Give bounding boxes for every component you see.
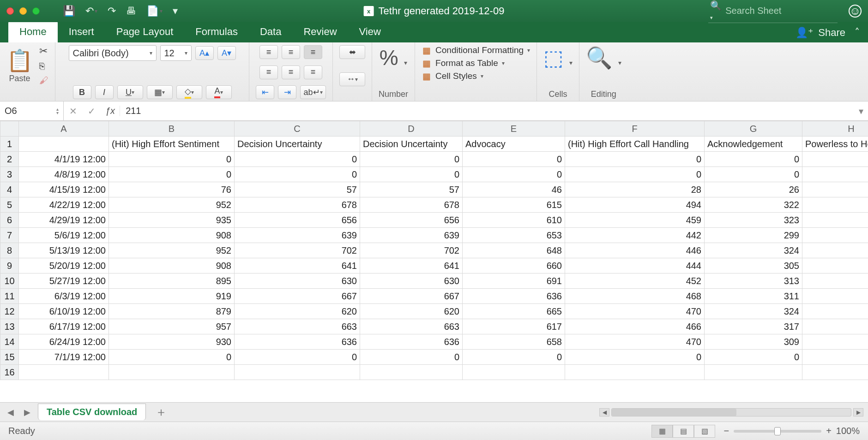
cell[interactable]: 630 [360,274,463,289]
cell[interactable]: 0 [109,167,235,182]
cell[interactable]: 0 [235,152,360,167]
cell[interactable] [109,365,235,380]
cell[interactable]: 658 [463,334,565,350]
cell[interactable]: 879 [109,304,235,319]
tab-insert[interactable]: Insert [58,21,105,42]
cell[interactable]: 4/8/19 12:00 [19,167,109,182]
cell[interactable]: 470 [565,304,705,319]
cell[interactable] [802,365,868,380]
cell[interactable]: 930 [109,334,235,350]
cell[interactable]: 908 [109,258,235,274]
align-top-icon[interactable]: ≡ [259,45,278,59]
row-header[interactable]: 15 [0,350,19,365]
align-middle-icon[interactable]: ≡ [282,45,300,59]
row-header[interactable]: 7 [0,228,19,243]
cell[interactable]: 615 [463,197,565,213]
zoom-in-button[interactable]: + [826,426,832,436]
cell[interactable]: 656 [235,213,360,228]
cell[interactable]: (Hit) High Effort Call Handling [565,137,705,152]
cell[interactable]: 0 [705,152,802,167]
page-break-view-button[interactable]: ▧ [694,425,715,438]
column-header[interactable]: A [19,121,109,137]
font-size-dropdown[interactable]: 12▾ [160,45,192,61]
cell[interactable]: 468 [565,289,705,304]
cell[interactable]: 6/17/19 12:00 [19,319,109,334]
cell[interactable]: 908 [109,228,235,243]
cell[interactable]: 0 [235,167,360,182]
cell[interactable]: 4/15/19 12:00 [19,182,109,197]
merge-across-icon[interactable]: ↔ ▾ [339,72,365,86]
row-header[interactable]: 13 [0,319,19,334]
cell[interactable]: 295 [802,197,868,213]
spreadsheet-grid[interactable]: ABCDEFGH1(Hit) High Effort SentimentDeci… [0,121,868,402]
cell[interactable]: 702 [360,243,463,258]
feedback-smiley-icon[interactable]: ☺ [849,5,862,18]
cell[interactable]: 895 [109,274,235,289]
cell[interactable]: 0 [565,152,705,167]
cell[interactable]: 641 [360,258,463,274]
cell[interactable]: 6/3/19 12:00 [19,289,109,304]
cells-icon[interactable]: ⬚ ▾ [543,45,573,70]
align-bottom-icon[interactable]: ≡ [304,45,322,59]
column-header[interactable]: H [802,121,868,137]
cell[interactable]: 0 [802,152,868,167]
cell[interactable]: 636 [463,289,565,304]
cell[interactable]: 952 [109,243,235,258]
cell[interactable]: 0 [463,350,565,365]
cell[interactable]: 663 [360,319,463,334]
decrease-font-icon[interactable]: A▾ [217,46,236,60]
cell[interactable]: (Hit) High Effort Sentiment [109,137,235,152]
row-header[interactable]: 5 [0,197,19,213]
cell[interactable]: 617 [463,319,565,334]
fx-icon[interactable]: ƒx [101,106,120,116]
cell[interactable]: 665 [463,304,565,319]
collapse-ribbon-icon[interactable]: ˄ [855,27,860,39]
cell[interactable]: 667 [360,289,463,304]
cell[interactable]: 630 [235,274,360,289]
row-header[interactable]: 12 [0,304,19,319]
row-header[interactable]: 1 [0,137,19,152]
cell[interactable]: 919 [109,289,235,304]
cell[interactable]: 0 [705,350,802,365]
cell[interactable]: 459 [565,213,705,228]
search-sheet[interactable]: 🔍▾ [708,0,838,23]
align-left-icon[interactable]: ≡ [259,65,278,79]
align-center-icon[interactable]: ≡ [282,65,300,79]
cell[interactable]: 46 [463,182,565,197]
cell[interactable]: 324 [705,243,802,258]
borders-button[interactable]: ▦ ▾ [147,85,173,99]
cell[interactable]: 0 [109,350,235,365]
cell[interactable]: 656 [360,213,463,228]
cell[interactable]: 310 [802,334,868,350]
cell[interactable]: 5/6/19 12:00 [19,228,109,243]
cell[interactable]: Advocacy [463,137,565,152]
row-header[interactable]: 10 [0,274,19,289]
cell[interactable]: 324 [705,304,802,319]
cell[interactable]: 310 [802,319,868,334]
cell[interactable]: 0 [565,167,705,182]
cell[interactable]: 0 [802,350,868,365]
cell[interactable] [19,137,109,152]
cell[interactable]: 317 [705,319,802,334]
cell[interactable]: 610 [463,213,565,228]
cell[interactable]: 0 [463,167,565,182]
cell[interactable]: 636 [360,334,463,350]
select-all-corner[interactable] [0,121,19,137]
cell[interactable]: 4/29/19 12:00 [19,213,109,228]
cell[interactable]: 297 [802,304,868,319]
column-header[interactable]: G [705,121,802,137]
cell[interactable]: 5/20/19 12:00 [19,258,109,274]
column-header[interactable]: C [235,121,360,137]
cell[interactable]: 663 [235,319,360,334]
name-box[interactable]: O6 ▴▾ [0,101,64,120]
cell[interactable]: Powerless to Help [802,137,868,152]
share-button[interactable]: Share [818,27,845,39]
increase-indent-icon[interactable]: ⇥ [278,85,296,99]
cell[interactable]: 0 [360,167,463,182]
row-header[interactable]: 3 [0,167,19,182]
cell[interactable] [463,365,565,380]
paste-icon[interactable]: 📋 [6,48,33,73]
cell[interactable] [19,365,109,380]
cell[interactable]: 678 [360,197,463,213]
formula-input[interactable]: 211 [120,106,854,116]
